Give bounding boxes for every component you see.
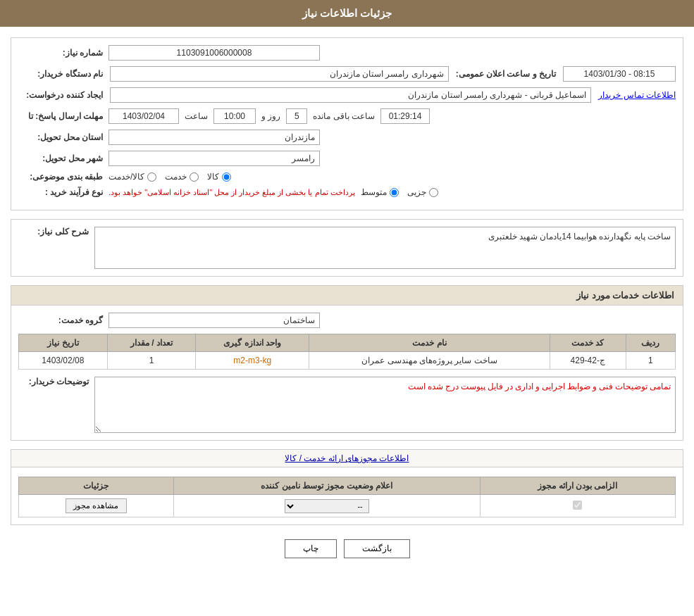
contact-link[interactable]: اطلاعات تماس خریدار [598,90,676,100]
purchase-mutavasset-label: متوسط [361,187,387,197]
service-group-row: گروه خدمت: ساختمان [18,313,676,328]
col-header-details: جزئیات [19,477,174,495]
required-checkbox[interactable] [573,501,582,510]
creator-label: ایجاد کننده درخواست: [18,90,103,100]
col-header-qty: تعداد / مقدار [107,334,196,352]
category-radio-kala-khedmat[interactable]: کالا/خدمت [109,172,156,182]
cell-status: -- [173,495,480,517]
licenses-section: اطلاعات مجوزهای ارائه خدمت / کالا الزامی… [11,449,683,525]
col-header-date: تاریخ نیاز [19,334,108,352]
services-section-title: اطلاعات خدمات مورد نیاز [11,286,683,306]
creator-value: اسماعیل قربانی - شهرداری رامسر استان ماز… [110,87,591,103]
category-radio-khedmat-input[interactable] [190,172,199,182]
category-kala-label: کالا [207,172,219,182]
description-section: شرح کلی نیاز: ساخت پایه نگهدارنده هوابیم… [11,219,683,277]
back-button[interactable]: بازگشت [344,539,410,558]
send-deadline-label: مهلت ارسال پاسخ: تا [18,111,103,121]
purchase-type-label: نوع فرآیند خرید : [18,187,103,197]
send-time-value: 10:00 [213,108,256,124]
cell-details: مشاهده مجوز [19,495,174,517]
table-row: 1 ج-42-429 ساخت سایر پروژه‌های مهندسی عم… [19,352,676,370]
need-number-label: شماره نیاز: [18,48,103,58]
licenses-section-title[interactable]: اطلاعات مجوزهای ارائه خدمت / کالا [11,450,683,467]
category-radio-kala[interactable]: کالا [207,172,231,182]
buyer-notes-textarea[interactable] [94,377,676,433]
purchase-radio-jozi[interactable]: جزیی [407,187,438,197]
city-value: رامسر [109,151,320,166]
buyer-org-label: نام دستگاه خریدار: [18,69,103,79]
table-row: -- مشاهده مجوز [19,495,676,517]
description-text: ساخت پایه نگهدارنده هوابیما 14یادمان شهی… [94,227,676,269]
need-number-row: شماره نیاز: 1103091006000008 [18,45,676,61]
licenses-table: الزامی بودن ارائه مجوز اعلام وضعیت مجوز … [18,477,676,517]
print-button[interactable]: چاپ [285,539,337,558]
cell-qty: 1 [107,352,196,370]
cell-date: 1403/02/08 [19,352,108,370]
cell-row: 1 [626,352,675,370]
col-header-row: ردیف [626,334,675,352]
cell-name: ساخت سایر پروژه‌های مهندسی عمران [309,352,550,370]
action-buttons: بازگشت چاپ [11,539,683,558]
category-label: طبقه بندی موضوعی: [18,172,103,182]
category-radio-kala-input[interactable] [222,172,231,182]
purchase-radio-mutavasset-input[interactable] [390,188,399,197]
remaining-value: 01:29:14 [380,108,430,124]
province-row: استان محل تحویل: مازندران [18,130,676,145]
buyer-org-value: شهرداری رامسر استان مازندران [110,66,449,82]
page-header: جزئیات اطلاعات نیاز [0,0,694,27]
purchase-jozi-label: جزیی [407,187,426,197]
category-radio-kala-khedmat-input[interactable] [147,172,156,182]
col-header-required: الزامی بودن ارائه مجوز [480,477,675,495]
cell-required [480,495,675,517]
days-label: روز و [261,111,280,121]
description-content: ساخت پایه نگهدارنده هوابیما 14یادمان شهی… [488,232,671,241]
days-value: 5 [286,108,307,124]
page-title: جزئیات اطلاعات نیاز [302,7,392,19]
deadline-row: مهلت ارسال پاسخ: تا 1403/02/04 ساعت 10:0… [18,108,676,124]
service-group-value: ساختمان [109,313,320,328]
services-table: ردیف کد خدمت نام خدمت واحد اندازه گیری ت… [18,334,676,370]
buyer-notes-label: توضیحات خریدار: [18,377,89,386]
datetime-value: 1403/01/30 - 08:15 [563,66,676,82]
purchase-radio-jozi-input[interactable] [429,188,438,197]
city-row: شهر محل تحویل: رامسر [18,151,676,166]
city-label: شهر محل تحویل: [18,153,103,163]
purchase-note: پرداخت تمام یا بخشی از مبلغ خریدار از مح… [109,188,355,197]
col-header-unit: واحد اندازه گیری [196,334,309,352]
col-header-status: اعلام وضعیت مجوز توسط نامین کننده [173,477,480,495]
send-time-label: ساعت [185,111,208,121]
purchase-type-row: نوع فرآیند خرید : پرداخت تمام یا بخشی از… [18,187,676,197]
send-date-value: 1403/02/04 [109,108,179,124]
category-radio-group: کالا/خدمت خدمت کالا [109,172,231,182]
cell-code: ج-42-429 [550,352,626,370]
status-select[interactable]: -- [285,499,369,513]
col-header-name: نام خدمت [309,334,550,352]
category-radio-khedmat[interactable]: خدمت [165,172,199,182]
cell-unit: m2-m3-kg [196,352,309,370]
remaining-label: ساعت باقی مانده [313,111,375,121]
service-group-label: گروه خدمت: [18,315,103,325]
province-label: استان محل تحویل: [18,132,103,142]
services-section: اطلاعات خدمات مورد نیاز گروه خدمت: ساختم… [11,285,683,441]
col-header-code: کد خدمت [550,334,626,352]
purchase-radio-mutavasset[interactable]: متوسط [361,187,399,197]
purchase-radio-group: متوسط جزیی [361,187,438,197]
view-license-button[interactable]: مشاهده مجوز [66,498,126,513]
need-number-value: 1103091006000008 [109,45,320,61]
province-value: مازندران [109,130,320,145]
description-label: شرح کلی نیاز: [18,227,89,237]
category-khedmat-label: خدمت [165,172,187,182]
category-kala-khedmat-label: کالا/خدمت [109,172,144,182]
buyer-notes-row: توضیحات خریدار: [18,377,676,433]
main-info-section: شماره نیاز: 1103091006000008 نام دستگاه … [11,37,683,210]
category-row: طبقه بندی موضوعی: کالا/خدمت خدمت کالا [18,172,676,182]
datetime-label: تاریخ و ساعت اعلان عمومی: [456,69,556,79]
